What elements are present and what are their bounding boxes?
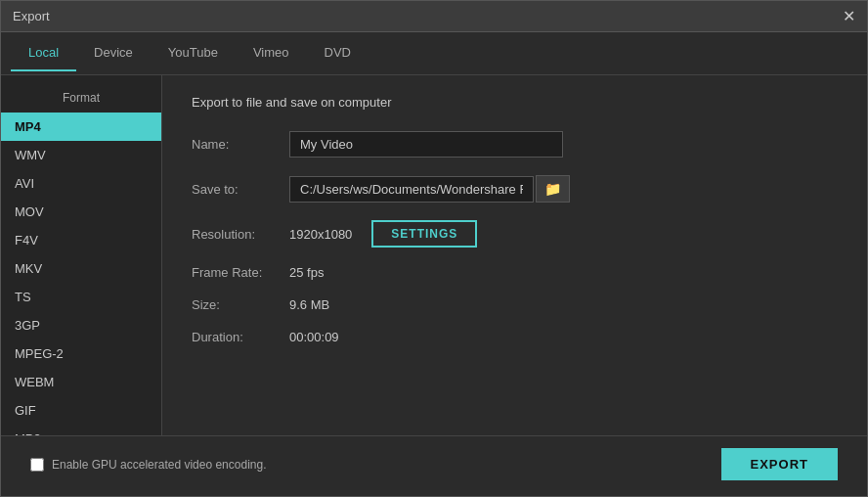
- window-title: Export: [13, 9, 50, 23]
- name-input[interactable]: [289, 131, 563, 158]
- framerate-row: Frame Rate: 25 fps: [192, 265, 838, 280]
- save-to-input[interactable]: [289, 176, 534, 203]
- tab-local[interactable]: Local: [11, 35, 76, 71]
- duration-value: 00:00:09: [289, 330, 339, 344]
- settings-button[interactable]: SETTINGS: [371, 220, 477, 248]
- main-panel: Export to file and save on computer Name…: [162, 75, 867, 435]
- close-button[interactable]: ✕: [843, 9, 855, 24]
- framerate-value: 25 fps: [289, 265, 324, 280]
- framerate-label: Frame Rate:: [192, 265, 289, 280]
- gpu-label: Enable GPU accelerated video encoding.: [52, 458, 266, 472]
- resolution-row: Resolution: 1920x1080 SETTINGS: [192, 220, 838, 248]
- sidebar-item-mp3[interactable]: MP3: [1, 425, 161, 435]
- name-row: Name:: [192, 131, 838, 158]
- tab-vimeo[interactable]: Vimeo: [236, 35, 307, 71]
- tab-dvd[interactable]: DVD: [307, 35, 369, 71]
- sidebar-item-mkv[interactable]: MKV: [1, 254, 161, 283]
- sidebar-item-mpeg2[interactable]: MPEG-2: [1, 339, 161, 368]
- content-area: Format MP4 WMV AVI MOV F4V MKV TS 3GP MP…: [1, 75, 867, 435]
- duration-row: Duration: 00:00:09: [192, 330, 838, 344]
- size-value: 9.6 MB: [289, 297, 329, 312]
- save-to-controls: 📁: [289, 175, 570, 203]
- bottom-bar: Enable GPU accelerated video encoding. E…: [1, 435, 867, 496]
- sidebar-header: Format: [1, 85, 161, 113]
- resolution-label: Resolution:: [192, 227, 289, 242]
- sidebar-item-avi[interactable]: AVI: [1, 169, 161, 198]
- tab-device[interactable]: Device: [76, 35, 151, 71]
- section-title: Export to file and save on computer: [192, 95, 838, 110]
- sidebar-item-f4v[interactable]: F4V: [1, 226, 161, 254]
- name-label: Name:: [192, 137, 289, 152]
- gpu-checkbox[interactable]: [30, 458, 44, 472]
- tab-youtube[interactable]: YouTube: [151, 35, 236, 71]
- sidebar-item-mp4[interactable]: MP4: [1, 113, 161, 141]
- sidebar-item-ts[interactable]: TS: [1, 283, 161, 311]
- size-row: Size: 9.6 MB: [192, 297, 838, 312]
- export-button[interactable]: EXPORT: [721, 448, 838, 480]
- resolution-controls: 1920x1080 SETTINGS: [289, 220, 477, 248]
- resolution-value: 1920x1080: [289, 227, 352, 242]
- format-sidebar: Format MP4 WMV AVI MOV F4V MKV TS 3GP MP…: [1, 75, 162, 435]
- save-to-row: Save to: 📁: [192, 175, 838, 203]
- sidebar-item-mov[interactable]: MOV: [1, 198, 161, 226]
- title-bar: Export ✕: [1, 1, 867, 32]
- size-label: Size:: [192, 297, 289, 312]
- gpu-row: Enable GPU accelerated video encoding.: [30, 458, 266, 472]
- sidebar-item-3gp[interactable]: 3GP: [1, 311, 161, 339]
- export-window: Export ✕ Local Device YouTube Vimeo DVD …: [0, 0, 868, 497]
- sidebar-item-gif[interactable]: GIF: [1, 396, 161, 425]
- save-to-label: Save to:: [192, 182, 289, 197]
- tab-bar: Local Device YouTube Vimeo DVD: [1, 32, 867, 75]
- folder-browse-button[interactable]: 📁: [536, 175, 570, 203]
- sidebar-item-wmv[interactable]: WMV: [1, 141, 161, 169]
- sidebar-item-webm[interactable]: WEBM: [1, 368, 161, 396]
- duration-label: Duration:: [192, 330, 289, 344]
